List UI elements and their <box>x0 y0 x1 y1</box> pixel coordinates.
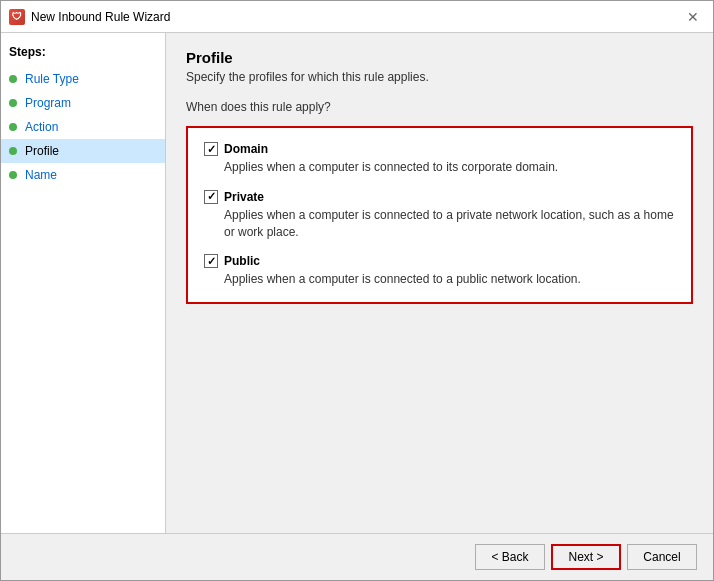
step-dot <box>9 75 17 83</box>
checkbox-domain[interactable] <box>204 142 218 156</box>
profile-option-private: Private Applies when a computer is conne… <box>204 190 675 241</box>
steps-label: Steps: <box>1 41 165 67</box>
content-area: Steps: Rule Type Program Action Profile … <box>1 33 713 533</box>
step-dot <box>9 123 17 131</box>
sidebar-item-program[interactable]: Program <box>1 91 165 115</box>
window-title: New Inbound Rule Wizard <box>31 10 681 24</box>
step-dot <box>9 99 17 107</box>
title-bar: 🛡 New Inbound Rule Wizard ✕ <box>1 1 713 33</box>
main-panel: Profile Specify the profiles for which t… <box>166 33 713 533</box>
page-title: Profile <box>186 49 693 66</box>
profile-option-public: Public Applies when a computer is connec… <box>204 254 675 288</box>
checkbox-private[interactable] <box>204 190 218 204</box>
step-dot <box>9 147 17 155</box>
wizard-window: 🛡 New Inbound Rule Wizard ✕ Steps: Rule … <box>0 0 714 581</box>
checkbox-public[interactable] <box>204 254 218 268</box>
profile-header-private: Private <box>204 190 675 204</box>
sidebar-item-name[interactable]: Name <box>1 163 165 187</box>
step-dot <box>9 171 17 179</box>
sidebar-item-rule-type[interactable]: Rule Type <box>1 67 165 91</box>
close-button[interactable]: ✕ <box>681 5 705 29</box>
profile-option-domain: Domain Applies when a computer is connec… <box>204 142 675 176</box>
profile-desc-public: Applies when a computer is connected to … <box>224 271 675 288</box>
sidebar-item-label: Program <box>25 96 71 110</box>
profile-name-domain: Domain <box>224 142 268 156</box>
profile-header-public: Public <box>204 254 675 268</box>
profile-name-private: Private <box>224 190 264 204</box>
sidebar-item-label: Action <box>25 120 58 134</box>
sidebar: Steps: Rule Type Program Action Profile … <box>1 33 166 533</box>
profile-header-domain: Domain <box>204 142 675 156</box>
footer: < Back Next > Cancel <box>1 533 713 580</box>
next-button[interactable]: Next > <box>551 544 621 570</box>
sidebar-item-label: Name <box>25 168 57 182</box>
profile-desc-private: Applies when a computer is connected to … <box>224 207 675 241</box>
question-label: When does this rule apply? <box>186 100 693 114</box>
page-subtitle: Specify the profiles for which this rule… <box>186 70 693 84</box>
profile-desc-domain: Applies when a computer is connected to … <box>224 159 675 176</box>
sidebar-item-action[interactable]: Action <box>1 115 165 139</box>
window-icon: 🛡 <box>9 9 25 25</box>
sidebar-item-profile[interactable]: Profile <box>1 139 165 163</box>
sidebar-item-label: Rule Type <box>25 72 79 86</box>
back-button[interactable]: < Back <box>475 544 545 570</box>
sidebar-item-label: Profile <box>25 144 59 158</box>
profile-name-public: Public <box>224 254 260 268</box>
profiles-container: Domain Applies when a computer is connec… <box>186 126 693 304</box>
cancel-button[interactable]: Cancel <box>627 544 697 570</box>
